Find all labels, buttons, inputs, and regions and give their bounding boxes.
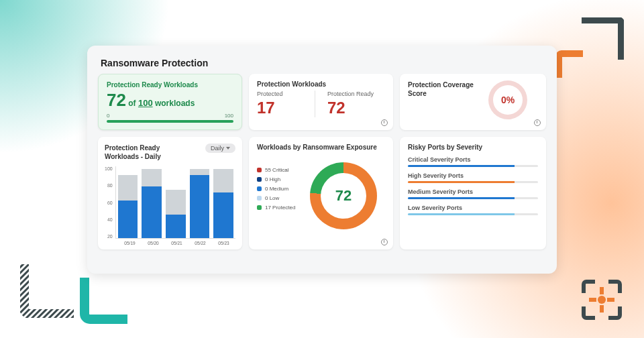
score-ring: 0%	[488, 80, 527, 119]
progress-bar	[107, 120, 233, 123]
clock-icon[interactable]	[381, 119, 388, 126]
ready-count: 72 of 100 workloads	[107, 91, 233, 109]
svg-rect-5	[607, 298, 614, 302]
card-protection-ready[interactable]: Protection Ready Workloads 72 of 100 wor…	[98, 74, 242, 130]
page-title: Ransomware Protection	[101, 58, 546, 68]
chart-x-axis: 05/1905/2005/2105/2205/23	[118, 239, 235, 245]
svg-rect-4	[589, 298, 596, 302]
card-protection-workloads[interactable]: Protection Workloads Protected 17 Protec…	[249, 74, 393, 130]
dashboard-panel: Ransomware Protection Protection Ready W…	[87, 46, 557, 274]
donut-chart: 72	[310, 162, 377, 229]
card-daily-chart[interactable]: Protection Ready Workloads - Daily Daily…	[98, 137, 242, 249]
logo-icon	[581, 279, 623, 321]
card-header: Protection Ready Workloads - Daily	[105, 144, 192, 161]
svg-rect-2	[600, 287, 604, 294]
decor-bracket-teal	[79, 272, 131, 325]
chart-bars	[115, 166, 235, 239]
svg-point-1	[598, 296, 606, 304]
period-dropdown[interactable]: Daily	[205, 144, 235, 153]
card-header: Protection Ready Workloads	[107, 81, 233, 89]
card-header: Protection Workloads	[257, 80, 385, 88]
card-coverage-score[interactable]: Protection Coverage Score 0%	[400, 74, 546, 130]
svg-rect-3	[600, 305, 604, 313]
decor-bracket-hatched	[20, 260, 78, 318]
port-list: Critical Severity PortsHigh Severity Por…	[408, 156, 538, 215]
decor-bracket-orange	[553, 48, 588, 83]
clock-icon[interactable]	[381, 239, 388, 245]
clock-icon[interactable]	[534, 119, 541, 126]
card-header: Protection Coverage Score	[408, 80, 482, 98]
card-risky-ports[interactable]: Risky Ports by Severity Critical Severit…	[400, 137, 546, 249]
donut-legend: 55 Critical0 High0 Medium0 Low17 Protect…	[257, 164, 295, 214]
card-header: Risky Ports by Severity	[408, 144, 538, 151]
card-header: Workloads by Ransomware Exposure	[257, 144, 385, 151]
chart-y-axis: 10080604020	[105, 166, 115, 239]
card-exposure-donut[interactable]: Workloads by Ransomware Exposure 55 Crit…	[249, 137, 393, 249]
